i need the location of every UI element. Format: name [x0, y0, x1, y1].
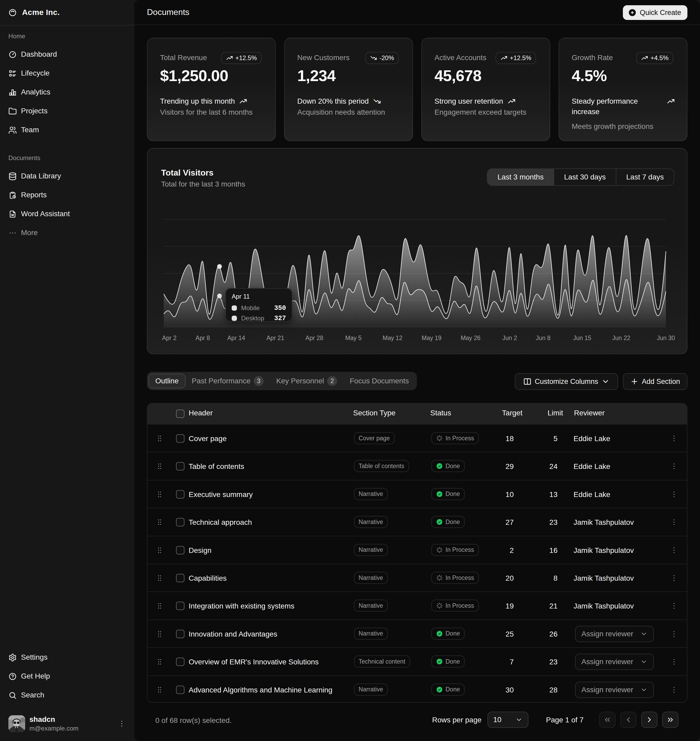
svg-text:Apr 28: Apr 28 — [305, 335, 323, 341]
svg-text:Apr 21: Apr 21 — [266, 335, 284, 341]
svg-text:Apr 14: Apr 14 — [228, 335, 245, 341]
svg-text:Jun 8: Jun 8 — [536, 335, 550, 341]
svg-text:May 19: May 19 — [422, 335, 441, 341]
svg-text:May 5: May 5 — [345, 335, 362, 341]
svg-text:May 12: May 12 — [382, 335, 402, 341]
svg-text:Jun 22: Jun 22 — [612, 335, 630, 341]
svg-text:May 26: May 26 — [461, 335, 480, 341]
svg-text:Jun 15: Jun 15 — [573, 335, 591, 341]
svg-text:Apr 8: Apr 8 — [196, 335, 210, 341]
svg-text:Apr 2: Apr 2 — [162, 335, 176, 341]
svg-text:Jun 2: Jun 2 — [502, 335, 517, 341]
svg-text:Jun 30: Jun 30 — [657, 335, 675, 341]
